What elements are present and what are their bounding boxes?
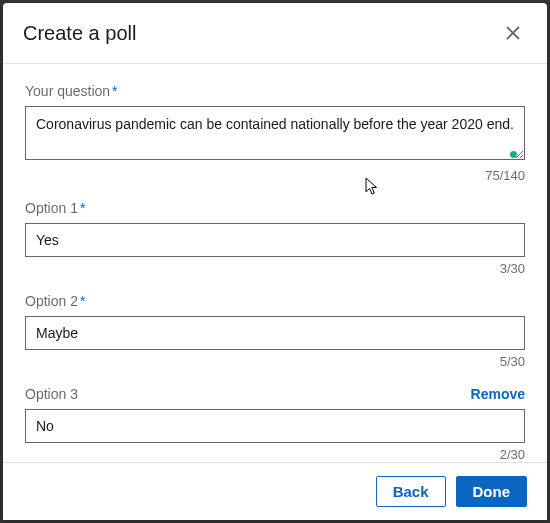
remove-option-button[interactable]: Remove <box>471 386 525 402</box>
dialog-header: Create a poll <box>3 3 547 64</box>
required-asterisk: * <box>80 200 85 216</box>
dialog-footer: Back Done <box>3 462 547 520</box>
required-asterisk: * <box>112 83 117 99</box>
close-icon <box>503 23 523 43</box>
option-label: Option 2 <box>25 293 78 309</box>
option-label: Option 3 <box>25 386 78 402</box>
question-label: Your question <box>25 83 110 99</box>
option-1-counter: 3/30 <box>25 261 525 276</box>
create-poll-dialog: Create a poll Your question* 75/140 <box>3 3 547 520</box>
option-2-field: Option 2* 5/30 <box>25 292 525 369</box>
option-1-field: Option 1* 3/30 <box>25 199 525 276</box>
option-label: Option 1 <box>25 200 78 216</box>
question-field: Your question* 75/140 <box>25 82 525 183</box>
grammar-indicator-icon <box>510 151 517 158</box>
option-3-counter: 2/30 <box>25 447 525 462</box>
close-button[interactable] <box>499 19 527 47</box>
option-3-input[interactable] <box>25 409 525 443</box>
option-3-field: Option 3 Remove 2/30 <box>25 385 525 462</box>
option-2-counter: 5/30 <box>25 354 525 369</box>
required-asterisk: * <box>80 293 85 309</box>
back-button[interactable]: Back <box>376 476 446 507</box>
dialog-title: Create a poll <box>23 22 136 45</box>
option-1-input[interactable] <box>25 223 525 257</box>
dialog-body[interactable]: Your question* 75/140 Option 1* 3/30 <box>3 64 547 462</box>
option-2-input[interactable] <box>25 316 525 350</box>
question-counter: 75/140 <box>25 168 525 183</box>
done-button[interactable]: Done <box>456 476 528 507</box>
question-input[interactable] <box>25 106 525 160</box>
